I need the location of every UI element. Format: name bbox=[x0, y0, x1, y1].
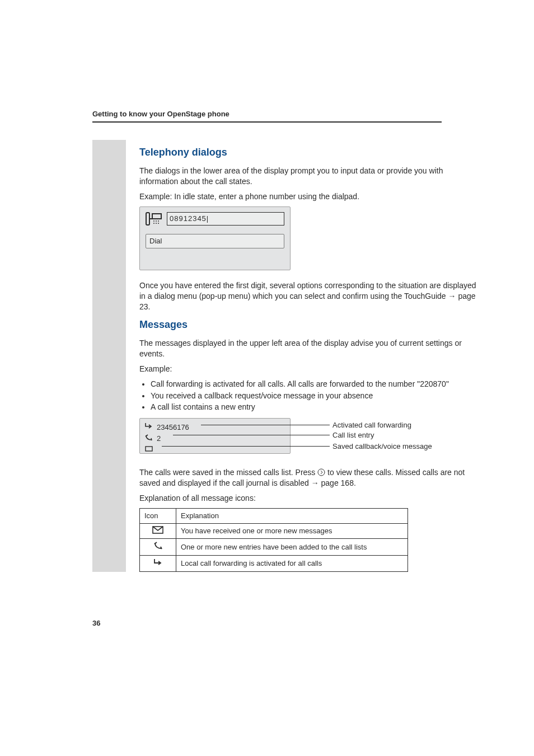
body-text: The dialogs in the lower area of the dis… bbox=[139, 166, 484, 187]
example-bullets: Call forwarding is activated for all cal… bbox=[139, 379, 484, 413]
msg-line-text: 23456176 bbox=[157, 422, 189, 433]
callout-label: Activated call forwarding bbox=[332, 420, 411, 430]
table-row: Local call forwarding is activated for a… bbox=[140, 555, 408, 572]
svg-point-2 bbox=[153, 220, 154, 222]
body-text: Once you have entered the first digit, s… bbox=[139, 280, 484, 312]
content-area: Telephony dialogs The dialogs in the low… bbox=[92, 140, 484, 572]
right-circle-icon bbox=[317, 468, 325, 477]
svg-rect-1 bbox=[152, 214, 161, 219]
icon-explanation-table: Icon Explanation You have received one o… bbox=[139, 508, 408, 572]
forward-icon bbox=[140, 555, 176, 572]
table-cell-text: You have received one or more new messag… bbox=[176, 523, 408, 539]
dial-example-top-row: 08912345| bbox=[146, 212, 284, 226]
svg-point-5 bbox=[153, 223, 154, 224]
section-title-messages: Messages bbox=[139, 318, 484, 331]
calllist-icon bbox=[140, 539, 176, 556]
message-example-with-callouts: 23456176 2 bbox=[139, 418, 484, 457]
body-text: The calls were saved in the missed calls… bbox=[139, 467, 484, 489]
table-row: You have received one or more new messag… bbox=[140, 523, 408, 539]
page-number: 36 bbox=[92, 619, 100, 627]
calllist-icon bbox=[144, 434, 157, 444]
running-head: Getting to know your OpenStage phone bbox=[92, 110, 442, 123]
arrow-icon: → bbox=[448, 292, 456, 300]
dial-action-button[interactable]: Dial bbox=[146, 234, 284, 248]
svg-point-4 bbox=[158, 220, 159, 222]
envelope-icon bbox=[140, 523, 176, 539]
body-text: Explanation of all message icons: bbox=[139, 493, 484, 504]
page: Getting to know your OpenStage phone Tel… bbox=[0, 0, 534, 756]
table-row: One or more new entries have been added … bbox=[140, 539, 408, 556]
example-label: Example: bbox=[139, 364, 484, 374]
saved-message-icon bbox=[144, 445, 153, 453]
msg-line-text: 2 bbox=[157, 434, 161, 444]
main-column: Telephony dialogs The dialogs in the low… bbox=[139, 140, 484, 572]
callout-rule bbox=[162, 446, 330, 447]
callout-rule bbox=[173, 435, 330, 435]
svg-rect-0 bbox=[146, 213, 149, 225]
table-header-explanation: Explanation bbox=[176, 508, 408, 523]
section-title-telephony: Telephony dialogs bbox=[139, 145, 484, 159]
list-item: A call list contains a new entry bbox=[151, 402, 484, 412]
svg-rect-8 bbox=[146, 447, 152, 451]
body-text: Example: In idle state, enter a phone nu… bbox=[139, 191, 484, 202]
svg-point-9 bbox=[318, 469, 325, 476]
dial-action-label: Dial bbox=[149, 236, 162, 246]
callout-rule bbox=[201, 425, 330, 425]
side-grey-bar bbox=[92, 140, 126, 572]
message-example-box: 23456176 2 bbox=[139, 418, 291, 454]
table-cell-text: Local call forwarding is activated for a… bbox=[176, 555, 408, 572]
arrow-icon: → bbox=[311, 478, 319, 487]
forward-icon bbox=[144, 422, 157, 433]
dial-number-field[interactable]: 08912345| bbox=[167, 212, 284, 226]
table-header-icon: Icon bbox=[140, 508, 176, 523]
svg-point-3 bbox=[156, 220, 157, 222]
dial-example-box: 08912345| Dial bbox=[139, 206, 291, 270]
callout-label: Saved callback/voice message bbox=[332, 442, 432, 452]
dial-number-value: 08912345| bbox=[170, 214, 209, 224]
svg-point-7 bbox=[158, 223, 159, 224]
msg-line-forwarding: 23456176 bbox=[144, 422, 285, 433]
list-item: You received a callback request/voice me… bbox=[151, 391, 484, 401]
callout-label: Call list entry bbox=[332, 430, 374, 440]
table-cell-text: One or more new entries have been added … bbox=[176, 539, 408, 556]
list-item: Call forwarding is activated for all cal… bbox=[151, 379, 484, 389]
body-text: The messages displayed in the upper left… bbox=[139, 338, 484, 359]
svg-point-6 bbox=[156, 223, 157, 224]
dial-phone-icon bbox=[146, 212, 162, 226]
